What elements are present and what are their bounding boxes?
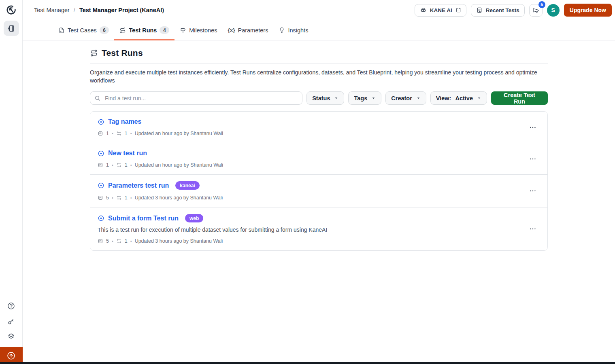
sidebar-item-test-manager[interactable] xyxy=(4,21,19,36)
notebook-icon xyxy=(7,24,15,33)
chevron-down-icon xyxy=(371,96,376,100)
updated-text: Updated an hour ago by Shantanu Wali xyxy=(135,162,223,168)
left-sidebar xyxy=(0,0,23,364)
test-run-main: Parameters test run kaneai 5 xyxy=(98,181,526,201)
announcements-button[interactable]: 5 xyxy=(529,4,543,17)
test-cases-count: 1 xyxy=(106,131,109,136)
bottom-edge-bar xyxy=(0,362,615,364)
test-run-title-link[interactable]: New test run xyxy=(108,150,147,157)
creator-filter-dropdown[interactable]: Creator xyxy=(385,91,426,105)
view-filter-label: View: xyxy=(436,95,451,102)
updated-text: Updated an hour ago by Shantanu Wali xyxy=(135,131,223,136)
access-key-button[interactable] xyxy=(7,317,15,326)
ellipsis-icon xyxy=(529,187,537,195)
test-run-row[interactable]: Parameters test run kaneai 5 xyxy=(90,174,547,207)
test-run-status-icon xyxy=(98,119,104,125)
search-input[interactable] xyxy=(104,95,298,102)
tab-test-cases-count: 6 xyxy=(100,26,109,34)
chevron-down-icon xyxy=(477,96,481,100)
row-menu-button[interactable] xyxy=(526,122,540,133)
header-actions: KANE AI Recent Tests xyxy=(415,4,612,17)
view-filter-dropdown[interactable]: View: Active xyxy=(430,91,487,105)
tab-insights-label: Insights xyxy=(288,27,308,34)
recent-tests-icon xyxy=(476,7,483,13)
recent-tests-button[interactable]: Recent Tests xyxy=(471,4,525,17)
meta-separator xyxy=(112,195,113,201)
view-filter-value: Active xyxy=(455,95,473,102)
tab-parameters-label: Parameters xyxy=(238,27,268,34)
runs-count: 1 xyxy=(125,131,128,136)
top-header: Test Manager Test Manager Project (KaneA… xyxy=(23,0,615,20)
meta-separator xyxy=(130,195,132,201)
kane-ai-button[interactable]: KANE AI xyxy=(415,4,466,17)
status-filter-label: Status xyxy=(312,95,330,102)
test-run-meta: 1 1 Updated an hour ago by Shantanu Wali xyxy=(98,131,526,136)
user-avatar[interactable]: S xyxy=(547,4,560,17)
page-content: Test Runs Organize and execute multiple … xyxy=(23,40,615,364)
upgrade-now-button[interactable]: Upgrade Now xyxy=(564,4,612,17)
meta-separator xyxy=(112,162,113,168)
test-run-status-icon xyxy=(98,215,104,222)
test-run-title-link[interactable]: Parameters test run xyxy=(108,182,169,189)
test-cases-count-icon xyxy=(98,162,103,168)
row-menu-button[interactable] xyxy=(526,224,540,234)
integrations-button[interactable] xyxy=(7,332,15,341)
test-cases-count: 1 xyxy=(106,162,109,168)
meta-separator xyxy=(130,238,132,244)
runs-count-icon xyxy=(116,131,122,136)
tags-filter-dropdown[interactable]: Tags xyxy=(348,91,381,105)
tab-test-runs[interactable]: Test Runs 4 xyxy=(114,20,174,40)
test-run-title-link[interactable]: Submit a form Test run xyxy=(108,215,179,222)
meta-separator xyxy=(130,162,132,168)
runs-count: 1 xyxy=(125,195,128,201)
test-run-list: Tag names 1 1 xyxy=(90,111,548,251)
title-divider xyxy=(90,63,548,63)
tag-badge: web xyxy=(185,214,203,222)
test-run-main: Submit a form Test run web This is a tes… xyxy=(98,214,526,244)
page-description: Organize and execute multiple test insta… xyxy=(90,68,548,85)
row-menu-button[interactable] xyxy=(526,154,540,164)
create-test-run-button[interactable]: Create Test Run xyxy=(491,91,548,105)
test-run-meta: 1 1 Updated an hour ago by Shantanu Wali xyxy=(98,162,526,168)
parameters-icon: {x} xyxy=(228,27,235,33)
tab-test-cases[interactable]: Test Cases 6 xyxy=(53,20,114,40)
chevron-down-icon xyxy=(416,96,421,100)
runs-count: 1 xyxy=(125,238,128,244)
ellipsis-icon xyxy=(529,123,537,131)
test-run-main: New test run 1 xyxy=(98,150,526,168)
project-tabbar: Test Cases 6 Test Runs 4 Milestones xyxy=(23,20,615,40)
tab-parameters[interactable]: {x} Parameters xyxy=(222,20,273,40)
tab-insights[interactable]: Insights xyxy=(273,20,313,40)
layers-icon xyxy=(7,332,15,341)
breadcrumb: Test Manager Test Manager Project (KaneA… xyxy=(34,7,164,13)
main-area: Test Manager Test Manager Project (KaneA… xyxy=(23,0,615,364)
tab-milestones[interactable]: Milestones xyxy=(174,20,222,40)
test-run-row[interactable]: Submit a form Test run web This is a tes… xyxy=(90,207,547,250)
meta-separator xyxy=(130,131,132,136)
test-cases-count: 5 xyxy=(106,238,109,244)
test-run-row[interactable]: New test run 1 xyxy=(90,143,547,174)
test-run-status-icon xyxy=(98,150,104,157)
test-run-main: Tag names 1 1 xyxy=(98,118,526,136)
lambdatest-logo[interactable] xyxy=(6,4,17,15)
test-run-status-icon xyxy=(98,182,104,189)
milestones-icon xyxy=(180,27,186,34)
sidebar-upgrade-button[interactable] xyxy=(0,347,23,364)
external-link-icon xyxy=(455,7,461,13)
test-cases-count-icon xyxy=(98,238,103,244)
breadcrumb-root[interactable]: Test Manager xyxy=(34,7,70,13)
app-root: Test Manager Test Manager Project (KaneA… xyxy=(0,0,615,364)
search-box xyxy=(90,91,302,105)
sidebar-bottom-icons xyxy=(7,302,15,341)
test-run-description: This is a test run for execution of mult… xyxy=(98,226,526,233)
filters-toolbar: Status Tags Creator xyxy=(90,91,548,105)
ellipsis-icon xyxy=(529,155,537,163)
row-menu-button[interactable] xyxy=(526,186,540,196)
test-run-row[interactable]: Tag names 1 1 xyxy=(90,112,547,143)
test-run-meta: 5 1 Updated 3 hours ago by Shantanu Wali xyxy=(98,195,526,201)
creator-filter-label: Creator xyxy=(391,95,412,102)
status-filter-dropdown[interactable]: Status xyxy=(306,91,344,105)
help-button[interactable] xyxy=(7,302,15,310)
test-run-title-link[interactable]: Tag names xyxy=(108,118,141,125)
page-title-row: Test Runs xyxy=(90,48,548,58)
